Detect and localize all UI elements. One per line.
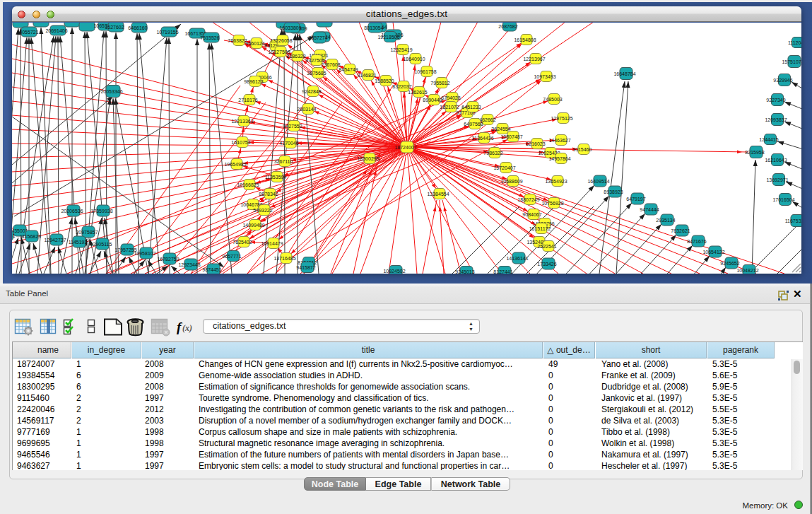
svg-text:12325419: 12325419 [390,47,412,52]
svg-text:6794028: 6794028 [441,95,460,100]
svg-text:9896123: 9896123 [244,79,263,84]
svg-text:16914479: 16914479 [261,241,283,246]
svg-text:12213363: 12213363 [231,119,253,124]
svg-text:8938923: 8938923 [604,189,623,194]
svg-text:14099489: 14099489 [242,223,264,228]
svg-text:1145193: 1145193 [69,240,88,245]
svg-text:19218506: 19218506 [377,35,399,40]
svg-text:9474444: 9474444 [640,207,659,212]
svg-text:1588520: 1588520 [375,78,394,83]
svg-text:1112045: 1112045 [788,40,801,45]
svg-text:8454749: 8454749 [339,67,358,72]
svg-text:12213967: 12213967 [523,57,545,62]
svg-text:3875685: 3875685 [307,71,326,76]
svg-text:10688609: 10688609 [500,179,522,184]
svg-text:7632621: 7632621 [671,228,690,233]
svg-text:1733426: 1733426 [537,262,556,267]
svg-text:14136141: 14136141 [506,256,528,261]
svg-text:2522541: 2522541 [537,244,556,249]
svg-text:f: f [177,320,182,334]
svg-text:9427552: 9427552 [283,124,302,129]
svg-text:2087682: 2087682 [498,24,517,29]
svg-text:10958107: 10958107 [134,251,155,256]
svg-text:20053346: 20053346 [100,89,122,94]
svg-text:1621072: 1621072 [440,105,459,110]
svg-text:17359938: 17359938 [90,209,112,214]
svg-text:9657771: 9657771 [222,254,241,259]
svg-text:1610754: 1610754 [231,140,250,145]
svg-text:8215958: 8215958 [745,150,764,155]
svg-text:20975857: 20975857 [76,230,98,235]
svg-text:(x): (x) [182,323,192,333]
svg-text:7986322: 7986322 [483,151,502,156]
svg-text:20691406: 20691406 [45,28,67,33]
svg-text:7485003: 7485003 [543,97,562,102]
svg-text:17016504: 17016504 [772,197,794,202]
svg-text:7955812: 7955812 [430,81,449,86]
svg-text:16154808: 16154808 [514,37,536,42]
svg-text:13384554: 13384554 [427,192,449,197]
svg-text:8471676: 8471676 [687,239,706,244]
svg-text:16648784: 16648784 [613,71,635,76]
svg-text:12923448: 12923448 [178,262,200,267]
svg-text:5493222: 5493222 [253,208,272,213]
svg-text:1244415: 1244415 [759,137,778,142]
svg-text:13654923: 13654923 [545,179,567,184]
svg-text:9146821: 9146821 [357,73,376,78]
svg-text:9245652: 9245652 [720,261,739,266]
svg-text:6216023: 6216023 [526,141,545,146]
svg-text:9660124: 9660124 [245,41,264,46]
svg-text:21364436: 21364436 [471,136,493,141]
svg-text:12905115: 12905115 [90,242,112,247]
svg-text:9242848: 9242848 [302,89,321,94]
svg-text:2803144: 2803144 [297,107,316,112]
svg-text:1527602: 1527602 [105,25,124,30]
svg-text:10048212: 10048212 [736,268,758,273]
svg-text:15720407: 15720407 [493,165,515,170]
svg-text:8127441: 8127441 [493,269,512,274]
svg-text:7625402: 7625402 [233,240,252,245]
svg-text:11156829: 11156829 [20,234,41,239]
svg-text:9115460: 9115460 [573,147,592,152]
svg-text:9329946: 9329946 [773,78,792,83]
svg-text:16210643: 16210643 [765,158,787,163]
svg-text:16782759: 16782759 [157,257,179,262]
svg-text:10654122: 10654122 [702,250,724,255]
svg-text:9415872: 9415872 [296,265,315,270]
svg-text:6497568: 6497568 [464,122,483,127]
svg-text:15751074: 15751074 [782,59,801,64]
svg-text:10961758: 10961758 [414,69,436,74]
svg-text:8813054: 8813054 [364,25,383,30]
svg-text:9227349: 9227349 [766,98,785,103]
svg-text:12942737: 12942737 [44,238,66,243]
svg-text:3915141: 3915141 [12,233,16,238]
svg-text:9084067: 9084067 [522,212,541,217]
svg-text:18724007: 18724007 [394,145,416,150]
svg-text:11675323: 11675323 [785,218,801,223]
svg-text:19166825: 19166825 [237,182,259,187]
svg-text:14463627: 14463627 [548,138,570,143]
svg-text:18807249: 18807249 [517,197,539,202]
svg-text:11353594: 11353594 [265,175,287,180]
svg-text:7663822: 7663822 [228,38,247,43]
svg-text:8322037: 8322037 [392,84,411,89]
svg-text:9245013: 9245013 [455,269,474,274]
svg-text:18640910: 18640910 [403,57,425,62]
svg-text:12093837: 12093837 [765,117,787,122]
svg-text:13226058: 13226058 [270,38,292,43]
svg-text:6479197: 6479197 [626,197,645,201]
svg-text:8878342: 8878342 [259,192,278,197]
svg-text:10719155: 10719155 [156,30,178,35]
svg-text:10807487: 10807487 [500,134,522,139]
svg-text:3267110: 3267110 [274,159,293,164]
svg-text:13716485: 13716485 [273,256,295,261]
svg-text:3624554: 3624554 [491,127,510,132]
svg-text:1362615: 1362615 [408,90,427,95]
svg-text:13692971: 13692971 [766,177,788,182]
svg-text:14055721: 14055721 [16,30,38,35]
svg-text:16409514: 16409514 [587,179,609,184]
svg-text:12975125: 12975125 [551,116,572,121]
svg-text:16151172: 16151172 [529,226,551,231]
svg-text:7357274: 7357274 [308,35,327,40]
svg-text:6451233: 6451233 [461,105,481,110]
